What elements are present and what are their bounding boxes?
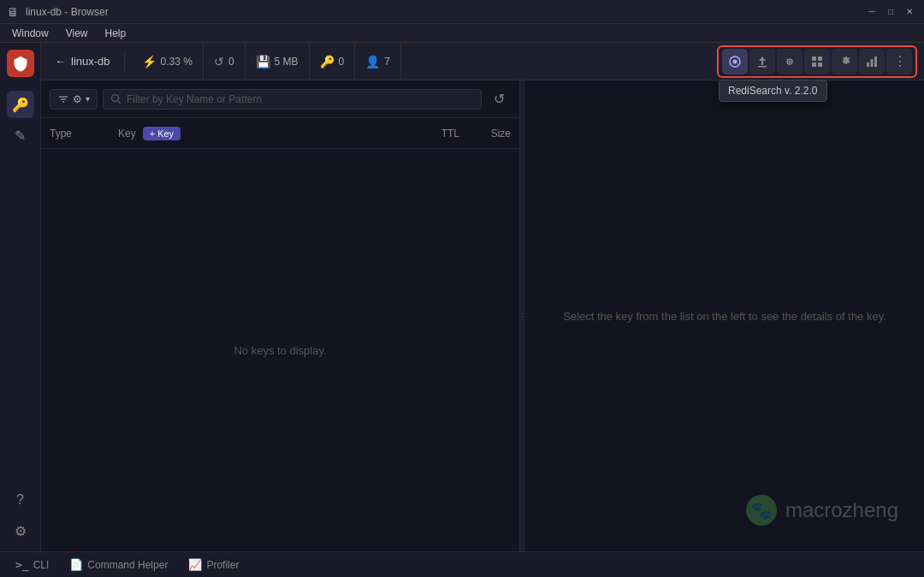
keys-count-icon: 🔑 [320, 55, 335, 68]
col-size-header: Size [459, 128, 511, 140]
stat-cpu: ⚡ 0.33 % [132, 43, 204, 80]
main-area: ← linux-db ⚡ 0.33 % ↺ 0 💾 5 MB 🔑 0 👤 [41, 43, 924, 551]
top-toolbar: ← linux-db ⚡ 0.33 % ↺ 0 💾 5 MB 🔑 0 👤 [41, 43, 924, 80]
right-panel: Select the key from the list on the left… [525, 80, 924, 551]
svg-rect-5 [812, 57, 816, 61]
chevron-down-icon: ▾ [86, 94, 90, 104]
sidebar-item-edit[interactable]: ✎ [7, 122, 34, 149]
table-header: Type Key + Key TTL Size [41, 118, 519, 149]
filter-input[interactable] [127, 93, 474, 105]
watermark-logo: 🐾 [746, 495, 777, 526]
col-ttl-header: TTL [391, 128, 459, 140]
cli-tab[interactable]: >_ CLI [7, 556, 57, 574]
cli-icon: >_ [15, 558, 29, 571]
back-button[interactable]: ← linux-db [48, 51, 117, 71]
title-bar: 🖥 linux-db - Browser ─ □ ✕ [0, 0, 924, 24]
cpu-icon: ⚡ [142, 55, 157, 68]
sidebar-item-settings[interactable]: ⚙ [7, 517, 34, 544]
window-icon: 🖥 [7, 5, 19, 19]
profiler-tab[interactable]: 📈 Profiler [180, 556, 247, 574]
profiler-label: Profiler [206, 559, 239, 571]
svg-rect-11 [874, 57, 877, 67]
minimize-button[interactable]: ─ [864, 4, 880, 20]
app-logo [7, 50, 34, 77]
stat-commands: ↺ 0 [204, 43, 246, 80]
menu-bar: Window View Help [0, 24, 924, 43]
content-area: ⚙ ▾ ↺ Type Key + Key TTL [41, 80, 924, 551]
title-bar-info: 🖥 linux-db - Browser [7, 5, 109, 19]
memory-value: 5 MB [275, 56, 299, 68]
more-button[interactable]: ⋮ [886, 49, 912, 74]
sidebar-item-keys[interactable]: 🔑 [7, 91, 34, 118]
filter-bar: ⚙ ▾ ↺ [41, 80, 519, 118]
svg-rect-9 [867, 62, 869, 67]
grid-button[interactable] [804, 49, 830, 74]
stat-clients: 👤 7 [355, 43, 401, 80]
bottom-bar: >_ CLI 📄 Command Helper 📈 Profiler [0, 551, 924, 577]
filter-input-wrap [103, 89, 482, 110]
watermark-text: macrozheng [785, 498, 898, 522]
watermark: 🐾 macrozheng [746, 495, 898, 526]
module-button[interactable] [777, 49, 803, 74]
right-panel-empty-text: Select the key from the list on the left… [563, 310, 886, 323]
svg-rect-8 [818, 62, 822, 67]
svg-rect-7 [812, 62, 816, 67]
keys-count-value: 0 [339, 56, 345, 68]
upload-button[interactable] [749, 49, 775, 74]
maximize-button[interactable]: □ [883, 4, 898, 20]
keys-empty-state: No keys to display. [41, 149, 519, 551]
svg-rect-2 [758, 66, 767, 68]
stat-memory: 💾 5 MB [246, 43, 310, 80]
clients-value: 7 [384, 56, 390, 68]
col-type-header: Type [50, 128, 118, 140]
svg-rect-6 [818, 57, 822, 61]
command-helper-tab[interactable]: 📄 Command Helper [61, 556, 176, 574]
refresh-button[interactable]: ↺ [487, 87, 511, 111]
command-helper-icon: 📄 [69, 558, 83, 571]
back-arrow-icon: ← [55, 55, 66, 68]
svg-rect-10 [871, 59, 874, 67]
browser-button[interactable] [722, 49, 748, 74]
profiler-icon: 📈 [188, 558, 202, 571]
cli-label: CLI [33, 559, 50, 571]
svg-point-15 [112, 95, 119, 102]
app-body: 🔑 ✎ ? ⚙ ← linux-db ⚡ 0.33 % ↺ 0 💾 [0, 43, 924, 551]
filter-type-select[interactable]: ⚙ ▾ [50, 89, 98, 110]
menu-view[interactable]: View [59, 26, 95, 41]
window-title: linux-db - Browser [26, 6, 109, 18]
toolbar-right-group: ⋮ RediSearch v. 2.2.0 [717, 45, 917, 78]
filter-select-icon: ⚙ [73, 93, 82, 105]
tooltip-text: RediSearch v. 2.2.0 [728, 85, 818, 97]
command-helper-label: Command Helper [87, 559, 168, 571]
settings-button[interactable] [832, 49, 857, 74]
commands-icon: ↺ [214, 55, 224, 68]
left-sidebar: 🔑 ✎ ? ⚙ [0, 43, 41, 551]
close-button[interactable]: ✕ [902, 4, 917, 20]
window-controls: ─ □ ✕ [864, 4, 917, 20]
clients-icon: 👤 [365, 55, 380, 68]
cpu-value: 0.33 % [161, 56, 192, 68]
svg-line-16 [118, 101, 121, 104]
menu-help[interactable]: Help [98, 26, 133, 41]
col-key-header: Key + Key [118, 127, 391, 140]
analytics-button[interactable] [859, 49, 885, 74]
svg-point-4 [789, 60, 791, 62]
redisearch-tooltip: RediSearch v. 2.2.0 [719, 80, 827, 102]
add-key-button[interactable]: + Key [143, 127, 181, 140]
commands-value: 0 [228, 56, 234, 68]
memory-icon: 💾 [256, 55, 270, 68]
svg-point-1 [733, 59, 737, 63]
menu-window[interactable]: Window [5, 26, 56, 41]
empty-state-text: No keys to display. [234, 344, 326, 357]
stat-keys: 🔑 0 [310, 43, 356, 80]
sidebar-item-help[interactable]: ? [7, 486, 34, 514]
toolbar-sep-1 [124, 51, 125, 72]
connection-name: linux-db [71, 55, 110, 68]
left-panel: ⚙ ▾ ↺ Type Key + Key TTL [41, 80, 520, 551]
